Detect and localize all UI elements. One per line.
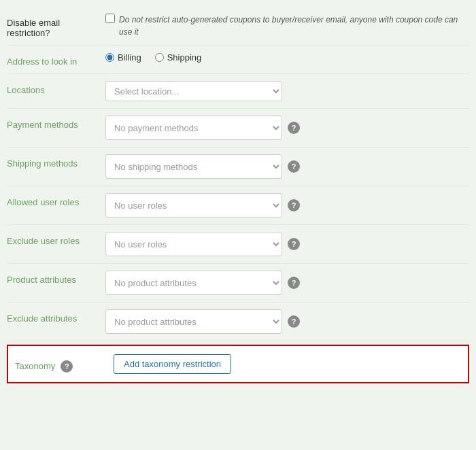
exclude-user-roles-select[interactable]: No user roles: [105, 232, 282, 256]
product-attributes-help-icon[interactable]: ?: [288, 277, 300, 289]
payment-methods-help-icon[interactable]: ?: [288, 122, 300, 134]
disable-email-checkbox[interactable]: [105, 14, 115, 23]
payment-methods-row: Payment methods No payment methods ?: [7, 109, 469, 148]
disable-email-label: Disable email restriction?: [7, 14, 105, 38]
address-radio-group: Billing Shipping: [105, 52, 201, 63]
shipping-option[interactable]: Shipping: [155, 52, 202, 63]
billing-label: Billing: [118, 52, 141, 63]
exclude-user-roles-help-icon[interactable]: ?: [288, 238, 300, 250]
exclude-attributes-help-icon[interactable]: ?: [288, 315, 300, 328]
product-attributes-label: Product attributes: [7, 271, 105, 285]
taxonomy-row: Taxonomy ? Add taxonomy restriction: [7, 345, 469, 383]
exclude-attributes-select[interactable]: No product attributes: [105, 309, 282, 334]
payment-methods-label: Payment methods: [7, 116, 105, 130]
payment-methods-select[interactable]: No payment methods: [105, 116, 282, 140]
allowed-user-roles-help-icon[interactable]: ?: [288, 199, 300, 211]
payment-methods-content: No payment methods ?: [105, 116, 469, 140]
locations-label: Locations: [7, 81, 105, 95]
locations-content: Select location...: [105, 81, 469, 101]
product-attributes-row: Product attributes No product attributes…: [7, 264, 469, 302]
shipping-methods-content: No shipping methods ?: [105, 154, 469, 179]
shipping-methods-label: Shipping methods: [7, 154, 105, 169]
exclude-attributes-label: Exclude attributes: [7, 309, 105, 324]
disable-email-text: Do not restrict auto-generated coupons t…: [119, 14, 469, 38]
exclude-attributes-row: Exclude attributes No product attributes…: [7, 302, 469, 341]
taxonomy-label-group: Taxonomy ?: [15, 356, 114, 373]
allowed-user-roles-label: Allowed user roles: [7, 193, 105, 207]
taxonomy-help-icon[interactable]: ?: [61, 360, 73, 373]
billing-radio[interactable]: [105, 53, 114, 62]
exclude-user-roles-label: Exclude user roles: [7, 232, 105, 246]
disable-email-content: Do not restrict auto-generated coupons t…: [105, 14, 469, 38]
locations-select[interactable]: Select location...: [105, 81, 282, 101]
shipping-methods-select[interactable]: No shipping methods: [105, 154, 282, 179]
settings-form: Disable email restriction? Do not restri…: [0, 0, 476, 394]
disable-email-wrapper: Do not restrict auto-generated coupons t…: [105, 14, 469, 38]
allowed-user-roles-row: Allowed user roles No user roles ?: [7, 186, 469, 225]
exclude-user-roles-row: Exclude user roles No user roles ?: [7, 225, 469, 264]
add-taxonomy-button[interactable]: Add taxonomy restriction: [114, 354, 231, 374]
product-attributes-content: No product attributes ?: [105, 271, 469, 295]
address-label: Address to look in: [7, 52, 105, 67]
exclude-user-roles-content: No user roles ?: [105, 232, 469, 256]
exclude-attributes-content: No product attributes ?: [105, 309, 469, 334]
allowed-user-roles-content: No user roles ?: [105, 193, 469, 218]
locations-row: Locations Select location...: [7, 74, 469, 109]
disable-email-row: Disable email restriction? Do not restri…: [7, 7, 469, 46]
address-row: Address to look in Billing Shipping: [7, 46, 469, 74]
taxonomy-label: Taxonomy: [15, 361, 55, 371]
allowed-user-roles-select[interactable]: No user roles: [105, 193, 282, 218]
address-content: Billing Shipping: [105, 52, 469, 63]
product-attributes-select[interactable]: No product attributes: [105, 271, 282, 295]
billing-option[interactable]: Billing: [105, 52, 141, 63]
taxonomy-content: Add taxonomy restriction: [114, 354, 461, 374]
shipping-methods-help-icon[interactable]: ?: [288, 160, 300, 173]
shipping-radio[interactable]: [155, 53, 164, 62]
shipping-label: Shipping: [167, 52, 202, 63]
shipping-methods-row: Shipping methods No shipping methods ?: [7, 148, 469, 186]
